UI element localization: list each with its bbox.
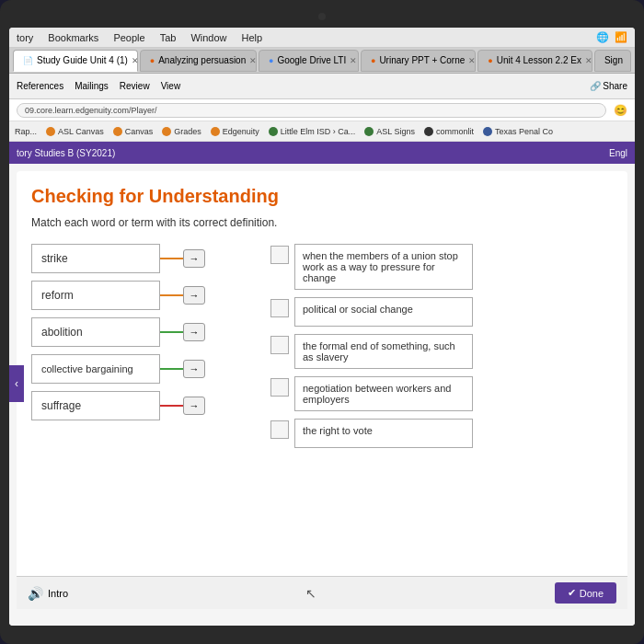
bookmark-canvas[interactable]: Canvas	[113, 127, 154, 136]
line-suffrage	[160, 405, 183, 407]
def-checkbox-2[interactable]	[270, 299, 289, 317]
def-box-3: the formal end of something, such as sla…	[294, 334, 473, 369]
term-label-abolition: abolition	[41, 326, 83, 339]
def-row-3: the formal end of something, such as sla…	[270, 334, 473, 369]
card-subtitle: Match each word or term with its correct…	[31, 216, 613, 229]
tab-label: Google Drive LTI	[277, 55, 346, 65]
edgenuity-topbar: tory Studies B (SY2021) Engl	[9, 142, 635, 164]
def-text-4: negotiation between workers and employer…	[303, 383, 451, 405]
tab-close-icon[interactable]: ✕	[249, 56, 257, 65]
def-text-5: the right to vote	[303, 425, 373, 436]
menu-item-help[interactable]: Help	[242, 32, 263, 43]
bookmark-label: ASL Canvas	[58, 127, 104, 136]
menu-bar: tory Bookmarks People Tab Window Help 🌐 …	[9, 28, 635, 48]
connector-collective: →	[160, 360, 205, 378]
bookmark-icon	[269, 127, 278, 136]
bookmark-grades[interactable]: Grades	[162, 127, 201, 136]
terms-list: strike → reform	[31, 244, 234, 420]
arrow-btn-collective[interactable]: →	[183, 360, 205, 378]
term-row-reform: reform →	[31, 281, 234, 310]
bookmark-label: Little Elm ISD › Ca...	[281, 127, 356, 136]
ribbon-tab-review[interactable]: Review	[120, 81, 150, 91]
def-checkbox-3[interactable]	[270, 336, 289, 354]
bookmark-aslsigns[interactable]: ASL Signs	[364, 127, 415, 136]
main-card: Checking for Understanding Match each wo…	[17, 171, 627, 609]
ribbon-tab-mailings[interactable]: Mailings	[75, 81, 109, 91]
term-row-suffrage: suffrage →	[31, 391, 234, 420]
course-label: tory Studies B (SY2021)	[17, 148, 115, 158]
card-title: Checking for Understanding	[31, 186, 613, 207]
chevron-left-icon: ‹	[15, 377, 18, 390]
tab-drive[interactable]: ● Google Drive LTI ✕	[259, 50, 359, 72]
bookmark-commonlit[interactable]: commonlit	[424, 127, 474, 136]
screen-area: tory Bookmarks People Tab Window Help 🌐 …	[9, 28, 635, 626]
line-abolition	[160, 331, 183, 333]
menu-item-history[interactable]: tory	[17, 32, 33, 43]
tab-label: Analyzing persuasion	[158, 55, 246, 65]
menu-item-window[interactable]: Window	[190, 32, 226, 43]
def-box-2: political or social change	[294, 297, 473, 327]
page-content: tory Studies B (SY2021) Engl ‹ Checking …	[9, 142, 635, 626]
arrow-btn-strike[interactable]: →	[183, 249, 205, 268]
tab-close-icon[interactable]: ✕	[468, 56, 476, 65]
bookmark-label: Texas Penal Co	[495, 127, 553, 136]
term-box-suffrage: suffrage	[31, 391, 160, 420]
menu-item-people[interactable]: People	[113, 32, 144, 43]
term-box-abolition: abolition	[31, 317, 160, 347]
def-row-5: the right to vote	[270, 419, 473, 448]
def-box-4: negotiation between workers and employer…	[294, 376, 473, 411]
intro-button[interactable]: 🔊 Intro	[28, 586, 68, 601]
arrow-btn-reform[interactable]: →	[183, 286, 205, 305]
arrow-btn-suffrage[interactable]: →	[183, 397, 205, 415]
ribbon-tab-references[interactable]: References	[17, 81, 63, 91]
done-button[interactable]: ✔ Done	[555, 582, 616, 604]
arrow-btn-abolition[interactable]: →	[183, 323, 205, 341]
ribbon-tab-view[interactable]: View	[161, 81, 181, 91]
tab-analyzing[interactable]: ● Analyzing persuasion ✕	[140, 50, 257, 72]
tab-close-icon[interactable]: ✕	[585, 56, 592, 65]
tab-label: Study Guide Unit 4 (1)	[37, 55, 128, 65]
laptop-frame: tory Bookmarks People Tab Window Help 🌐 …	[0, 0, 644, 644]
def-box-5: the right to vote	[294, 419, 473, 448]
tab-close-icon[interactable]: ✕	[350, 56, 357, 65]
tab-close-icon[interactable]: ✕	[132, 56, 138, 65]
tab-study-guide[interactable]: 📄 Study Guide Unit 4 (1) ✕	[13, 50, 138, 72]
term-label-collective: collective bargaining	[41, 363, 133, 374]
term-label-reform: reform	[41, 289, 74, 302]
bookmarks-bar: Rap... ASL Canvas Canvas Grades Edgenuit…	[9, 121, 635, 142]
tab-bar: 📄 Study Guide Unit 4 (1) ✕ ● Analyzing p…	[9, 48, 635, 74]
bookmark-label: ASL Signs	[376, 127, 415, 136]
def-text-2: political or social change	[303, 304, 413, 315]
bookmark-icon	[46, 127, 55, 136]
share-button[interactable]: 🔗 Share	[590, 81, 627, 91]
webcam	[318, 13, 326, 20]
def-checkbox-1[interactable]	[270, 246, 289, 264]
bookmark-rap[interactable]: Rap...	[15, 127, 37, 136]
connector-strike: →	[160, 249, 205, 268]
lang-label: Engl	[609, 148, 627, 158]
done-label: Done	[580, 588, 604, 599]
bookmark-label: Canvas	[125, 127, 154, 136]
def-row-1: when the members of a union stop work as…	[270, 244, 473, 290]
connector-abolition: →	[160, 323, 205, 341]
url-field[interactable]: 09.core.learn.edgenuity.com/Player/	[17, 103, 606, 118]
url-bar: 09.core.learn.edgenuity.com/Player/ 😊	[9, 99, 635, 121]
tab-unit4[interactable]: ● Unit 4 Lesson 2.2 Ex ✕	[477, 50, 592, 72]
left-nav-arrow[interactable]: ‹	[9, 365, 24, 402]
tab-label: Sign	[604, 55, 623, 65]
def-row-4: negotiation between workers and employer…	[270, 376, 473, 411]
menu-item-bookmarks[interactable]: Bookmarks	[48, 32, 98, 43]
def-box-1: when the members of a union stop work as…	[294, 244, 473, 290]
def-checkbox-5[interactable]	[270, 420, 289, 439]
bookmark-edgenuity[interactable]: Edgenuity	[211, 127, 259, 136]
tab-urinary[interactable]: ● Urinary PPT + Corne ✕	[361, 50, 476, 72]
bookmark-littleelm[interactable]: Little Elm ISD › Ca...	[269, 127, 356, 136]
menu-item-tab[interactable]: Tab	[160, 32, 177, 43]
def-checkbox-4[interactable]	[270, 378, 289, 397]
bookmark-texaspenal[interactable]: Texas Penal Co	[483, 127, 553, 136]
tab-label: Unit 4 Lesson 2.2 Ex	[497, 55, 581, 65]
ribbon: References Mailings Review View 🔗 Share	[9, 74, 635, 99]
tab-sign[interactable]: Sign	[594, 50, 631, 72]
reload-icon[interactable]: 😊	[614, 104, 627, 117]
bookmark-aslcanvas[interactable]: ASL Canvas	[46, 127, 104, 136]
